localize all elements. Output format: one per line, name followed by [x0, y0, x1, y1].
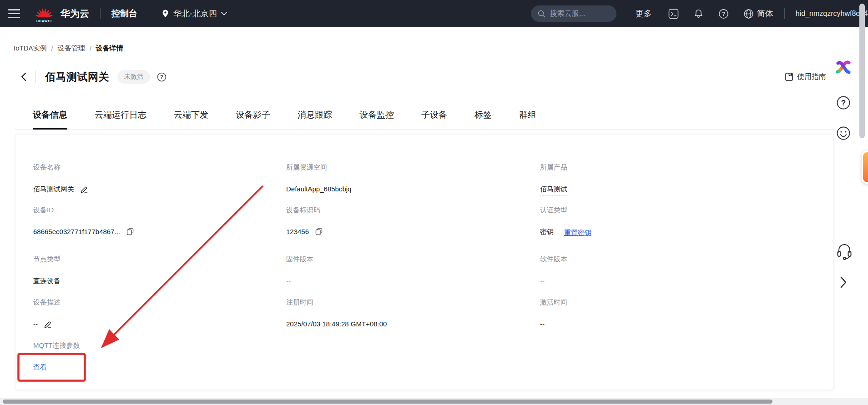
field-label: 固件版本	[286, 255, 540, 263]
field-label: 所属资源空间	[286, 163, 540, 171]
field-activate-time: 激活时间 --	[540, 298, 833, 341]
region-selector[interactable]: 华北-北京四	[161, 8, 227, 19]
reset-secret-link[interactable]: 重置密钥	[564, 228, 591, 237]
field-label: 设备标识码	[286, 206, 540, 214]
field-product: 所属产品 佰马测试	[540, 163, 833, 206]
region-label: 华北-北京四	[173, 8, 217, 19]
firmware-version-value: --	[286, 276, 291, 285]
more-menu[interactable]: 更多	[636, 8, 652, 19]
expand-panel-chevron-icon[interactable]	[838, 275, 849, 289]
copy-icon	[315, 228, 323, 236]
topbar: HUAWEI 华为云 控制台 华北-北京四 搜索云服... 更多	[0, 0, 868, 27]
assistant-colorful-x-icon[interactable]	[835, 59, 852, 76]
device-desc-value: --	[33, 320, 38, 329]
pencil-icon	[80, 185, 89, 194]
breadcrumb-separator: /	[90, 45, 91, 52]
title-help-icon[interactable]: ?	[157, 72, 167, 82]
field-label: 注册时间	[286, 298, 540, 306]
tab-bar: 设备信息 云端运行日志 云端下发 设备影子 消息跟踪 设备监控 子设备 标签 群…	[15, 109, 834, 130]
tab-device-info[interactable]: 设备信息	[33, 109, 67, 130]
console-link[interactable]: 控制台	[111, 8, 137, 20]
title-divider	[35, 70, 36, 83]
edit-device-name-button[interactable]	[80, 185, 89, 194]
horizontal-scrollbar-thumb[interactable]	[3, 400, 772, 404]
field-firmware-version: 固件版本 --	[286, 255, 540, 298]
rail-help-icon[interactable]: ?	[836, 95, 851, 110]
tab-device-shadow[interactable]: 设备影子	[236, 109, 270, 129]
activate-time-value: --	[540, 320, 545, 329]
field-label: MQTT连接参数	[33, 341, 286, 350]
page-header: 佰马测试网关 未激活 ? 使用指南	[0, 66, 868, 87]
breadcrumb: IoTDA实例 / 设备管理 / 设备详情	[14, 44, 123, 53]
tab-groups[interactable]: 群组	[519, 109, 536, 129]
tab-device-monitor[interactable]: 设备监控	[359, 109, 394, 129]
svg-text:?: ?	[841, 99, 846, 107]
register-time-value: 2025/07/03 18:49:28 GMT+08:00	[286, 320, 387, 329]
product-link[interactable]: 佰马测试	[540, 185, 567, 195]
book-icon	[785, 72, 793, 81]
chevron-left-icon	[19, 72, 28, 82]
tab-cloud-delivery[interactable]: 云端下发	[174, 109, 208, 129]
view-mqtt-params-link[interactable]: 查看	[33, 363, 47, 372]
field-label: 所属产品	[540, 163, 833, 171]
breadcrumb-device-mgmt[interactable]: 设备管理	[58, 44, 85, 53]
usage-guide-link[interactable]: 使用指南	[785, 72, 826, 82]
language-label: 简体	[757, 8, 773, 19]
field-label: 软件版本	[540, 255, 833, 263]
usage-guide-label: 使用指南	[797, 72, 826, 82]
device-info-card: 设备名称 佰马测试网关 所属资源空间 DefaultApp_685bcbjq 所…	[15, 135, 834, 390]
vertical-scrollbar-thumb[interactable]	[859, 4, 865, 138]
cloud-shell-icon[interactable]	[668, 9, 679, 19]
field-mqtt-params: MQTT连接参数 查看	[33, 341, 286, 372]
software-version-value: --	[540, 276, 545, 285]
topbar-divider	[784, 8, 785, 19]
menu-icon[interactable]	[8, 9, 20, 18]
svg-text:?: ?	[160, 74, 163, 80]
language-selector[interactable]: 简体	[743, 8, 773, 19]
tab-message-trace[interactable]: 消息跟踪	[298, 109, 332, 129]
search-icon	[537, 10, 546, 18]
tab-sub-devices[interactable]: 子设备	[421, 109, 447, 129]
breadcrumb-iotda[interactable]: IoTDA实例	[14, 44, 47, 53]
svg-text:?: ?	[722, 11, 725, 17]
huawei-logo-icon[interactable]: HUAWEI	[34, 3, 55, 24]
brand-huaweicloud[interactable]: 华为云	[61, 7, 89, 20]
huawei-logo-caption: HUAWEI	[36, 20, 52, 23]
horizontal-scrollbar-track[interactable]	[0, 398, 868, 405]
device-code-value: 123456	[286, 227, 309, 236]
help-icon[interactable]: ?	[718, 9, 729, 19]
tab-cloud-run-log[interactable]: 云端运行日志	[95, 109, 146, 129]
page-title: 佰马测试网关	[45, 70, 109, 84]
field-node-type: 节点类型 直连设备	[33, 255, 286, 298]
chevron-down-icon	[221, 11, 227, 16]
topbar-divider	[100, 8, 101, 19]
copy-device-code-button[interactable]	[315, 228, 323, 236]
support-headset-icon[interactable]	[836, 242, 853, 260]
auth-type-value: 密钥	[540, 227, 554, 238]
tab-tags[interactable]: 标签	[474, 109, 492, 129]
field-resource-space: 所属资源空间 DefaultApp_685bcbjq	[286, 163, 540, 206]
breadcrumb-separator: /	[51, 45, 53, 52]
field-register-time: 注册时间 2025/07/03 18:49:28 GMT+08:00	[286, 298, 540, 341]
field-label: 认证类型	[540, 206, 833, 214]
device-id-value: 68665ec032771f177b4867...	[33, 227, 120, 236]
field-software-version: 软件版本 --	[540, 255, 833, 298]
search-input[interactable]: 搜索云服...	[531, 5, 616, 22]
search-placeholder: 搜索云服...	[550, 9, 585, 19]
field-device-name: 设备名称 佰马测试网关	[33, 163, 286, 206]
account-name[interactable]: hid_nmzqzrcyhwf8e_4	[796, 10, 868, 18]
node-type-value: 直连设备	[33, 276, 61, 285]
field-label: 设备ID	[33, 206, 286, 214]
field-device-code: 设备标识码 123456	[286, 206, 540, 255]
notification-bell-icon[interactable]	[693, 9, 704, 19]
back-button[interactable]	[19, 72, 28, 82]
status-badge: 未激活	[117, 70, 150, 84]
floating-widget-peek[interactable]	[862, 151, 868, 184]
device-name-value: 佰马测试网关	[33, 185, 74, 194]
edit-device-desc-button[interactable]	[44, 320, 52, 329]
location-pin-icon	[161, 9, 170, 19]
field-label: 设备描述	[33, 298, 286, 306]
copy-device-id-button[interactable]	[126, 228, 134, 236]
feedback-smiley-icon[interactable]	[836, 126, 851, 140]
breadcrumb-device-detail: 设备详情	[96, 44, 123, 53]
